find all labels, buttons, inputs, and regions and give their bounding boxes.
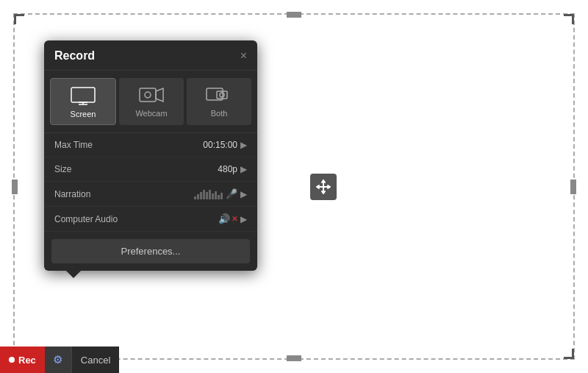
svg-marker-5	[156, 88, 163, 102]
speaker-icon: 🔊	[218, 213, 230, 224]
level-bar-6	[209, 190, 211, 199]
svg-point-9	[220, 93, 224, 97]
level-bar-1	[194, 196, 196, 199]
level-bars	[194, 189, 223, 199]
level-bar-4	[203, 190, 205, 199]
record-dialog: Record × Screen Webcam	[44, 40, 257, 271]
rec-button[interactable]: Rec	[0, 347, 45, 373]
preferences-button[interactable]: Preferences...	[51, 239, 250, 263]
side-handle-top[interactable]	[287, 12, 301, 18]
gear-icon: ⚙	[53, 353, 62, 366]
dialog-arrow	[66, 271, 81, 278]
size-row: Size 480p ▶	[44, 157, 257, 182]
computer-audio-row: Computer Audio 🔊 ✕ ▶	[44, 207, 257, 232]
bottom-toolbar: Rec ⚙ Cancel	[0, 347, 119, 373]
level-bar-10	[220, 193, 223, 199]
computer-audio-arrow[interactable]: ▶	[240, 214, 247, 224]
webcam-icon	[138, 85, 165, 104]
settings-button[interactable]: ⚙	[45, 347, 71, 373]
svg-rect-4	[140, 88, 156, 102]
settings-section: Max Time 00:15:00 ▶ Size 480p ▶ Narratio…	[44, 133, 257, 232]
mode-screen-label: Screen	[71, 110, 96, 118]
max-time-value: 00:15:00	[203, 140, 237, 150]
rec-dot	[9, 357, 15, 363]
narration-arrow[interactable]: ▶	[240, 189, 247, 199]
corner-handle-br[interactable]	[564, 349, 574, 359]
svg-rect-0	[71, 88, 95, 102]
side-handle-left[interactable]	[12, 180, 18, 194]
rec-label: Rec	[18, 355, 36, 366]
max-time-row: Max Time 00:15:00 ▶	[44, 133, 257, 157]
dialog-title: Record	[54, 49, 95, 63]
muted-x-icon: ✕	[232, 215, 237, 223]
both-icon	[206, 85, 232, 104]
audio-icon: 🔊 ✕	[218, 213, 237, 224]
max-time-label: Max Time	[54, 140, 203, 150]
mode-both-button[interactable]: Both	[187, 78, 251, 125]
computer-audio-label: Computer Audio	[54, 214, 218, 224]
mode-webcam-button[interactable]: Webcam	[119, 78, 184, 125]
level-bar-2	[197, 194, 199, 199]
side-handle-bottom[interactable]	[287, 355, 301, 361]
mode-both-label: Both	[211, 109, 228, 118]
level-bar-7	[212, 193, 214, 199]
mode-webcam-label: Webcam	[135, 109, 167, 118]
side-handle-right[interactable]	[570, 180, 576, 194]
narration-label: Narration	[54, 189, 194, 199]
size-label: Size	[54, 164, 218, 174]
size-arrow[interactable]: ▶	[240, 164, 247, 174]
size-value: 480p	[218, 164, 237, 174]
screen-icon	[70, 86, 96, 105]
level-bar-8	[215, 191, 217, 199]
level-bar-5	[206, 192, 208, 199]
max-time-arrow[interactable]: ▶	[240, 140, 247, 150]
corner-handle-tr[interactable]	[564, 14, 574, 24]
cancel-button[interactable]: Cancel	[71, 347, 119, 373]
level-bar-9	[218, 195, 220, 199]
corner-handle-tl[interactable]	[14, 14, 24, 24]
level-bar-3	[200, 192, 202, 199]
narration-row: Narration 🎤 ▶	[44, 182, 257, 207]
dialog-header: Record ×	[44, 40, 257, 71]
mic-icon: 🎤	[226, 188, 237, 199]
crosshair-icon	[315, 179, 331, 195]
close-button[interactable]: ×	[240, 50, 247, 62]
mode-screen-button[interactable]: Screen	[50, 78, 116, 125]
narration-bar: 🎤	[194, 188, 237, 199]
mode-selection: Screen Webcam Both	[44, 71, 257, 133]
move-icon[interactable]	[310, 174, 337, 200]
svg-point-6	[145, 92, 151, 98]
